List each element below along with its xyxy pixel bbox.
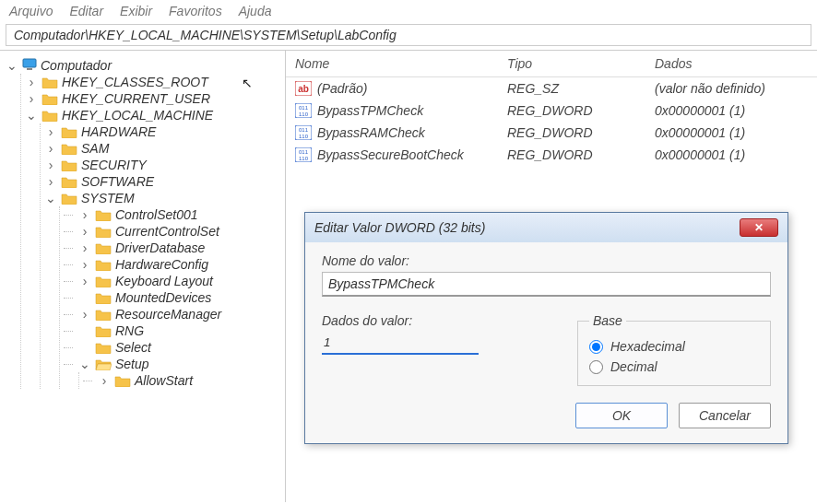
radio-hexadecimal[interactable]: Hexadecimal	[589, 339, 759, 354]
caret-right-icon[interactable]: ›	[78, 307, 91, 322]
menu-ajuda[interactable]: Ajuda	[239, 4, 272, 18]
value-row[interactable]: BypassTPMCheckREG_DWORD0x00000001 (1)	[286, 100, 817, 122]
folder-icon	[41, 76, 58, 88]
folder-icon	[95, 258, 112, 271]
edit-dword-dialog: Editar Valor DWORD (32 bits) ✕ Nome do v…	[304, 212, 788, 444]
ok-button[interactable]: OK	[575, 403, 668, 428]
value-row[interactable]: BypassSecureBootCheckREG_DWORD0x00000001…	[286, 144, 817, 166]
caret-down-icon[interactable]: ⌄	[6, 58, 18, 73]
tree-controlset001[interactable]: ›ControlSet001	[64, 206, 285, 223]
tree-security[interactable]: ›SECURITY	[44, 157, 285, 173]
cancel-button[interactable]: Cancelar	[679, 403, 771, 428]
tree-select[interactable]: ·Select	[64, 339, 285, 356]
dialog-titlebar[interactable]: Editar Valor DWORD (32 bits) ✕	[305, 213, 787, 242]
value-type: REG_DWORD	[507, 147, 655, 162]
value-type: REG_SZ	[507, 81, 655, 96]
caret-down-icon[interactable]: ⌄	[78, 357, 91, 371]
caret-right-icon[interactable]: ›	[78, 257, 91, 272]
value-data: 0x00000001 (1)	[655, 103, 811, 118]
tree-driverdatabase[interactable]: ›DriverDatabase	[64, 240, 285, 256]
caret-right-icon[interactable]: ›	[78, 274, 91, 288]
tree-root[interactable]: ⌄ Computador	[6, 56, 285, 74]
caret-right-icon[interactable]: ›	[44, 141, 57, 156]
caret-right-icon[interactable]: ›	[44, 124, 57, 139]
folder-icon	[41, 109, 58, 122]
folder-icon	[95, 341, 112, 354]
column-headers[interactable]: Nome Tipo Dados	[286, 51, 817, 77]
radio-dec-input[interactable]	[589, 360, 603, 374]
folder-icon	[95, 225, 112, 238]
value-row[interactable]: BypassRAMCheckREG_DWORD0x00000001 (1)	[286, 122, 817, 144]
tree-rng[interactable]: ·RNG	[64, 322, 285, 339]
string-value-icon	[295, 81, 312, 96]
folder-icon	[61, 175, 77, 188]
tree-allowstart[interactable]: ›AllowStart	[83, 372, 285, 389]
col-type[interactable]: Tipo	[507, 56, 655, 71]
folder-icon	[95, 275, 112, 287]
address-bar[interactable]: Computador\HKEY_LOCAL_MACHINE\SYSTEM\Set…	[6, 24, 811, 46]
binary-value-icon	[295, 147, 312, 162]
base-fieldset: Base Hexadecimal Decimal	[577, 313, 771, 386]
menu-editar[interactable]: Editar	[69, 4, 103, 18]
tree-sam[interactable]: ›SAM	[44, 140, 285, 157]
value-data: (valor não definido)	[655, 81, 811, 96]
caret-right-icon[interactable]: ›	[25, 75, 38, 89]
caret-right-icon[interactable]: ›	[44, 158, 57, 172]
caret-right-icon[interactable]: ›	[78, 240, 91, 255]
folder-icon	[114, 374, 131, 387]
tree-software[interactable]: ›SOFTWARE	[44, 173, 285, 190]
folder-icon	[95, 208, 112, 221]
computer-icon	[22, 57, 37, 73]
radio-hex-input[interactable]	[589, 340, 603, 354]
tree-hkcr[interactable]: ›HKEY_CLASSES_ROOT	[25, 74, 285, 90]
dialog-title: Editar Valor DWORD (32 bits)	[314, 220, 485, 235]
folder-icon	[61, 158, 77, 171]
value-data: 0x00000001 (1)	[655, 147, 811, 162]
tree-setup[interactable]: ⌄Setup	[64, 356, 285, 372]
caret-down-icon[interactable]: ⌄	[44, 191, 57, 205]
value-name: BypassSecureBootCheck	[317, 147, 464, 162]
tree-hardwareconfig[interactable]: ›HardwareConfig	[64, 256, 285, 273]
binary-value-icon	[295, 125, 312, 140]
menu-favoritos[interactable]: Favoritos	[169, 4, 222, 18]
menu-bar: Arquivo Editar Exibir Favoritos Ajuda	[0, 0, 817, 22]
folder-icon	[61, 125, 77, 138]
menu-exibir[interactable]: Exibir	[120, 4, 152, 18]
folder-icon	[41, 92, 58, 105]
folder-icon	[61, 192, 77, 205]
tree-keyboardlayout[interactable]: ›Keyboard Layout	[64, 273, 285, 289]
tree-hkcu[interactable]: ›HKEY_CURRENT_USER	[25, 90, 285, 107]
value-data-label: Dados do valor:	[322, 313, 550, 328]
folder-icon	[95, 324, 112, 337]
folder-icon	[95, 291, 112, 304]
tree-system[interactable]: ⌄SYSTEM	[44, 190, 285, 206]
folder-open-icon	[95, 357, 112, 370]
tree-resourcemanager[interactable]: ›ResourceManager	[64, 306, 285, 322]
radio-decimal[interactable]: Decimal	[589, 359, 759, 374]
col-data[interactable]: Dados	[655, 56, 811, 71]
caret-right-icon[interactable]: ›	[78, 224, 91, 239]
menu-arquivo[interactable]: Arquivo	[9, 4, 53, 18]
tree-hardware[interactable]: ›HARDWARE	[44, 123, 285, 140]
col-name[interactable]: Nome	[295, 56, 507, 71]
caret-right-icon[interactable]: ›	[25, 91, 38, 106]
folder-icon	[95, 308, 112, 321]
value-data: 0x00000001 (1)	[655, 125, 811, 140]
caret-right-icon[interactable]: ›	[78, 207, 91, 222]
caret-right-icon[interactable]: ›	[98, 373, 111, 388]
value-name: (Padrão)	[317, 81, 367, 96]
value-name: BypassTPMCheck	[317, 103, 423, 118]
tree-hklm[interactable]: ⌄HKEY_LOCAL_MACHINE	[25, 107, 285, 123]
caret-down-icon[interactable]: ⌄	[25, 108, 38, 123]
value-data-field[interactable]	[322, 332, 479, 355]
value-name: BypassRAMCheck	[317, 125, 425, 140]
tree-mounteddevices[interactable]: ·MountedDevices	[64, 289, 285, 306]
folder-icon	[95, 241, 112, 254]
folder-icon	[61, 142, 77, 155]
close-button[interactable]: ✕	[740, 218, 778, 237]
caret-right-icon[interactable]: ›	[44, 174, 57, 189]
value-name-field: BypassTPMCheck	[322, 272, 771, 297]
value-row[interactable]: (Padrão)REG_SZ(valor não definido)	[286, 77, 817, 100]
registry-tree[interactable]: ⌄ Computador ›HKEY_CLASSES_ROOT ›HKEY_CU…	[0, 51, 286, 502]
tree-currentcontrolset[interactable]: ›CurrentControlSet	[64, 223, 285, 240]
